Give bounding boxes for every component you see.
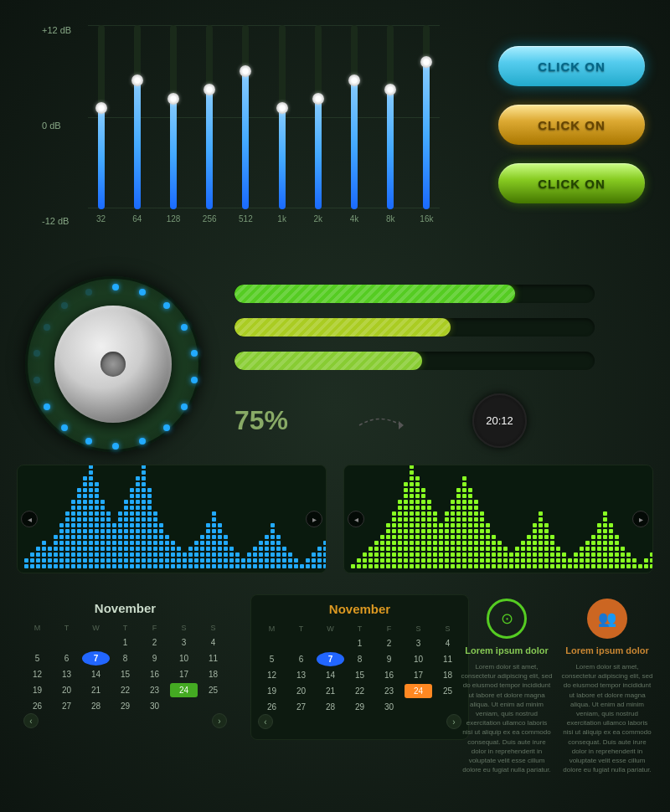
vis-col-9 <box>77 488 81 568</box>
vis-dot <box>527 558 531 563</box>
cal-day-13[interactable]: 13 <box>287 668 315 682</box>
cal-day-24[interactable]: 24 <box>405 684 432 698</box>
cal-day-20[interactable]: 20 <box>53 683 80 697</box>
slider-track-2[interactable] <box>234 318 595 337</box>
cal-day-21[interactable]: 21 <box>82 683 110 697</box>
cal-day-28[interactable]: 28 <box>82 699 110 713</box>
vis-dot <box>621 547 625 551</box>
cal-day-15[interactable]: 15 <box>111 667 139 681</box>
vis-dot <box>410 500 414 504</box>
cal-day-13[interactable]: 13 <box>53 667 80 681</box>
cal-day-19[interactable]: 19 <box>23 683 51 697</box>
vis-dot <box>550 558 554 563</box>
eq-bar-32[interactable]: 32 <box>88 25 114 226</box>
cal-day-29[interactable]: 29 <box>111 699 139 713</box>
cal-next-button[interactable]: › <box>446 714 461 729</box>
cal-day-22[interactable]: 22 <box>346 684 374 698</box>
cal-day-29[interactable]: 29 <box>346 700 374 714</box>
cal-day-6[interactable]: 6 <box>287 652 315 666</box>
cal-day-23[interactable]: 23 <box>141 683 168 697</box>
cal-day-8[interactable]: 8 <box>111 651 139 666</box>
vis-dot <box>456 529 461 533</box>
vis-nav-left-green[interactable]: ◂ <box>348 511 364 527</box>
eq-bar-64[interactable]: 64 <box>124 25 150 226</box>
cal-day-15[interactable]: 15 <box>346 668 374 682</box>
cal-day-8[interactable]: 8 <box>346 652 374 666</box>
cal-day-24[interactable]: 24 <box>170 683 198 697</box>
eq-bar-16k[interactable]: 16k <box>414 25 440 226</box>
eq-bar-2k[interactable]: 2k <box>305 25 331 226</box>
cal-day-4[interactable]: 4 <box>199 635 227 650</box>
eq-bar-256[interactable]: 256 <box>197 25 223 226</box>
cal-day-30[interactable]: 30 <box>141 699 168 713</box>
vis-col-36 <box>235 552 240 568</box>
cal-day-12[interactable]: 12 <box>23 667 51 681</box>
cal-day-5[interactable]: 5 <box>258 652 286 666</box>
cal-day-16[interactable]: 16 <box>375 668 403 682</box>
cal-day-2[interactable]: 2 <box>375 636 403 650</box>
cal-day-3[interactable]: 3 <box>170 635 198 650</box>
cal-day-17[interactable]: 17 <box>405 668 432 682</box>
eq-bar-8k[interactable]: 8k <box>378 25 404 226</box>
cal-day-14[interactable]: 14 <box>317 668 344 682</box>
cal-day-11[interactable]: 11 <box>199 651 227 666</box>
cal-day-19[interactable]: 19 <box>258 684 286 698</box>
cal-day-11[interactable]: 11 <box>434 652 461 666</box>
knob-outer[interactable] <box>25 276 201 452</box>
cal-day-27[interactable]: 27 <box>287 700 315 714</box>
cal-prev-button[interactable]: ‹ <box>23 713 39 728</box>
cal-day-30[interactable]: 30 <box>375 700 403 714</box>
cal-day-2[interactable]: 2 <box>141 635 168 650</box>
cal-day-25[interactable]: 25 <box>199 683 227 697</box>
cal-next-button[interactable]: › <box>212 713 227 728</box>
click-on-button-blue[interactable]: CLICK ON <box>498 46 645 86</box>
cal-day-26[interactable]: 26 <box>23 699 51 713</box>
cal-day-28[interactable]: 28 <box>317 700 344 714</box>
slider-track-3[interactable] <box>234 352 595 370</box>
knob-inner[interactable] <box>54 306 172 423</box>
vis-dot <box>374 541 379 545</box>
vis-dot <box>142 552 146 557</box>
eq-bar-512[interactable]: 512 <box>233 25 259 226</box>
click-on-button-yellow[interactable]: CLICK ON <box>498 105 645 145</box>
cal-day-4[interactable]: 4 <box>434 636 461 650</box>
vis-nav-right-green[interactable]: ▸ <box>632 511 649 527</box>
cal-day-21[interactable]: 21 <box>317 684 344 698</box>
cal-day-1[interactable]: 1 <box>111 635 139 650</box>
slider-track-1[interactable] <box>234 285 595 303</box>
cal-day-6[interactable]: 6 <box>53 651 80 666</box>
cal-prev-button[interactable]: ‹ <box>258 714 273 729</box>
click-on-button-green[interactable]: CLICK ON <box>498 163 645 203</box>
cal-day-25[interactable]: 25 <box>434 684 461 698</box>
eq-bar-128[interactable]: 128 <box>160 25 186 226</box>
cal-day-3[interactable]: 3 <box>405 636 432 650</box>
cal-day-22[interactable]: 22 <box>111 683 139 697</box>
cal-day-7[interactable]: 7 <box>82 651 110 666</box>
vis-nav-right-blue[interactable]: ▸ <box>306 511 322 527</box>
cal-day-18[interactable]: 18 <box>434 668 461 682</box>
cal-day-20[interactable]: 20 <box>287 684 315 698</box>
eq-bar-4k[interactable]: 4k <box>341 25 367 226</box>
vis-nav-left-blue[interactable]: ◂ <box>21 511 38 527</box>
cal-day-10[interactable]: 10 <box>170 651 198 666</box>
eq-fill-4k <box>351 80 358 209</box>
vis-dot <box>83 500 87 504</box>
eq-bar-1k[interactable]: 1k <box>269 25 295 226</box>
cal-day-7[interactable]: 7 <box>317 652 344 666</box>
cal-day-14[interactable]: 14 <box>82 667 110 681</box>
cal-day-9[interactable]: 9 <box>141 651 168 666</box>
cal-day-5[interactable]: 5 <box>23 651 51 666</box>
cal-day-16[interactable]: 16 <box>141 667 168 681</box>
cal-day-23[interactable]: 23 <box>375 684 403 698</box>
cal-day-9[interactable]: 9 <box>375 652 403 666</box>
cal-day-17[interactable]: 17 <box>170 667 198 681</box>
vis-dot <box>515 564 519 568</box>
vis-dot <box>89 494 93 498</box>
vis-dot <box>130 564 134 568</box>
cal-day-12[interactable]: 12 <box>258 668 286 682</box>
cal-day-26[interactable]: 26 <box>258 700 286 714</box>
cal-day-10[interactable]: 10 <box>405 652 432 666</box>
cal-day-27[interactable]: 27 <box>53 699 80 713</box>
cal-day-1[interactable]: 1 <box>346 636 374 650</box>
cal-day-18[interactable]: 18 <box>199 667 227 681</box>
